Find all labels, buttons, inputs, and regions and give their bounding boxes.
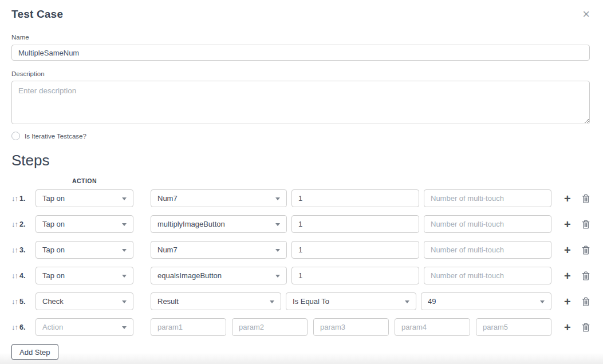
step-row-actions: + (564, 270, 590, 282)
action-select[interactable]: Tap on (36, 189, 133, 207)
action-select[interactable]: Tap on (36, 267, 133, 284)
step-param-input[interactable] (476, 318, 551, 336)
delete-step-trash-icon[interactable] (582, 246, 590, 255)
chevron-down-icon (122, 275, 127, 278)
delete-step-trash-icon[interactable] (582, 194, 590, 203)
step-param-select[interactable]: equalsImageButton (151, 267, 287, 284)
steps-heading: Steps (11, 152, 590, 169)
step-param-input[interactable] (424, 215, 551, 233)
step-row: ↓↑ 6. Action + (11, 318, 590, 336)
add-step-plus-icon[interactable]: + (564, 322, 571, 333)
reorder-handle-icon[interactable]: ↓↑ (11, 297, 18, 306)
steps-rows: ↓↑ 1. Tap on Num7 + ↓↑ 2. Tap (11, 189, 590, 336)
chevron-down-icon (405, 300, 409, 303)
action-column-header: ACTION (36, 177, 133, 184)
step-param-input[interactable] (232, 318, 308, 336)
add-step-plus-icon[interactable]: + (564, 296, 571, 307)
step-row: ↓↑ 4. Tap on equalsImageButton + (11, 267, 590, 284)
reorder-handle-icon[interactable]: ↓↑ (11, 246, 18, 254)
description-input[interactable] (11, 81, 590, 124)
modal-header: Test Case × (11, 8, 590, 21)
step-row-actions: + (564, 322, 590, 333)
step-params: equalsImageButton (151, 267, 551, 284)
action-select-value: Tap on (42, 220, 65, 228)
reorder-handle-icon[interactable]: ↓↑ (11, 271, 18, 280)
step-param-input[interactable] (313, 318, 389, 336)
chevron-down-icon (122, 249, 127, 252)
add-step-plus-icon[interactable]: + (564, 244, 571, 256)
chevron-down-icon (540, 300, 545, 303)
step-row: ↓↑ 5. Check ResultIs Equal To49 + (11, 292, 590, 310)
chevron-down-icon (122, 300, 127, 303)
action-select-value: Tap on (42, 246, 65, 254)
page-title: Test Case (11, 8, 63, 21)
step-number: 5. (19, 298, 25, 306)
chevron-down-icon (275, 249, 280, 252)
step-number: 4. (19, 272, 25, 280)
step-param-select[interactable]: Is Equal To (286, 292, 416, 310)
action-select-value: Check (42, 297, 64, 306)
step-number: 2. (19, 220, 25, 228)
step-param-input[interactable] (395, 318, 470, 336)
step-number: 1. (19, 195, 25, 203)
step-param-input[interactable] (424, 189, 551, 207)
step-param-select[interactable]: multiplyImageButton (151, 215, 287, 233)
chevron-down-icon (270, 300, 274, 303)
step-row-left: ↓↑ 4. (11, 271, 36, 280)
step-param-input[interactable] (424, 241, 551, 259)
delete-step-trash-icon[interactable] (582, 220, 590, 229)
action-select[interactable]: Action (36, 318, 133, 336)
step-row-actions: + (564, 219, 590, 230)
step-param-select-value: Is Equal To (293, 297, 329, 306)
delete-step-trash-icon[interactable] (582, 297, 590, 306)
add-step-plus-icon[interactable]: + (564, 270, 571, 282)
name-input[interactable] (11, 45, 590, 61)
action-select[interactable]: Tap on (36, 215, 133, 233)
add-step-button[interactable]: Add Step (11, 344, 58, 360)
chevron-down-icon (122, 223, 127, 226)
step-row-left: ↓↑ 1. (11, 194, 36, 203)
close-icon[interactable]: × (582, 9, 590, 19)
step-param-select-value: equalsImageButton (157, 271, 222, 280)
step-row: ↓↑ 1. Tap on Num7 + (11, 189, 590, 207)
step-param-input[interactable] (291, 215, 419, 233)
step-number: 6. (19, 323, 25, 331)
delete-step-trash-icon[interactable] (582, 271, 590, 280)
step-param-input[interactable] (291, 241, 419, 259)
step-params: Num7 (151, 241, 551, 259)
name-label: Name (11, 34, 590, 41)
step-params (151, 318, 551, 336)
step-row: ↓↑ 2. Tap on multiplyImageButton + (11, 215, 590, 233)
iterative-radio[interactable] (11, 132, 20, 140)
step-param-select[interactable]: Num7 (151, 241, 287, 259)
step-row-actions: + (564, 296, 590, 307)
step-param-input[interactable] (291, 189, 419, 207)
add-step-plus-icon[interactable]: + (564, 219, 571, 230)
reorder-handle-icon[interactable]: ↓↑ (11, 194, 18, 203)
step-params: ResultIs Equal To49 (151, 292, 551, 310)
step-params: Num7 (151, 189, 551, 207)
reorder-handle-icon[interactable]: ↓↑ (11, 323, 18, 331)
chevron-down-icon (275, 197, 280, 200)
step-param-input[interactable] (291, 267, 419, 284)
reorder-handle-icon[interactable]: ↓↑ (11, 220, 18, 228)
action-select[interactable]: Check (36, 292, 133, 310)
action-select[interactable]: Tap on (36, 241, 133, 259)
iterative-testcase-option: Is Iterative Testcase? (11, 132, 590, 140)
description-label: Description (11, 70, 590, 77)
step-param-select[interactable]: 49 (421, 292, 551, 310)
chevron-down-icon (122, 197, 127, 200)
chevron-down-icon (275, 223, 280, 226)
step-row-left: ↓↑ 3. (11, 246, 36, 254)
step-param-input[interactable] (424, 267, 551, 284)
step-param-input[interactable] (151, 318, 226, 336)
step-param-select[interactable]: Num7 (151, 189, 287, 207)
action-select-value: Tap on (42, 271, 65, 280)
step-row-left: ↓↑ 6. (11, 323, 36, 331)
step-params: multiplyImageButton (151, 215, 551, 233)
delete-step-trash-icon[interactable] (582, 323, 590, 332)
add-step-plus-icon[interactable]: + (564, 193, 571, 204)
chevron-down-icon (122, 326, 127, 329)
test-case-modal: Test Case × Name Description Is Iterativ… (0, 0, 603, 360)
step-param-select[interactable]: Result (151, 292, 281, 310)
